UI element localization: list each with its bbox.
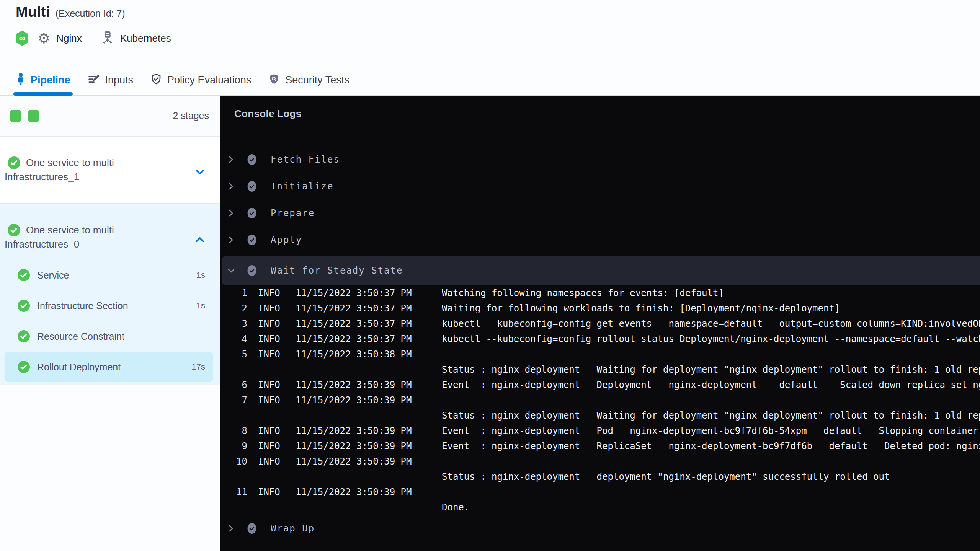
log-line: 3 INFO 11/15/2022 3:50:37 PM kubectl --k…	[220, 316, 980, 331]
success-check-icon	[8, 156, 20, 169]
log-timestamp: 11/15/2022 3:50:39 PM	[296, 377, 415, 393]
log-level: INFO	[258, 347, 285, 362]
log-section-label: Prepare	[271, 208, 315, 218]
step-row[interactable]: Rollout Deployment 17s	[5, 352, 213, 382]
log-message: Event : nginx-deployment ReplicaSet ngin…	[442, 439, 980, 454]
log-line: Status : nginx-deployment Waiting for de…	[220, 362, 980, 377]
log-message: Event : nginx-deployment Deployment ngin…	[442, 377, 980, 393]
log-line-number	[220, 362, 247, 377]
success-check-icon	[18, 361, 30, 373]
log-section-row[interactable]: Fetch Files	[220, 146, 980, 173]
log-level: INFO	[258, 454, 285, 469]
log-line: 4 INFO 11/15/2022 3:50:37 PM kubectl --k…	[220, 331, 980, 347]
log-line-number: 5	[220, 347, 247, 362]
step-label: Rollout Deployment	[37, 362, 121, 373]
log-timestamp: 11/15/2022 3:50:39 PM	[296, 454, 415, 469]
log-section-label: Apply	[271, 235, 302, 245]
tab-policy-evaluations[interactable]: Policy Evaluations	[150, 64, 251, 96]
console-body: Fetch Files	[220, 132, 980, 542]
log-line-number: 7	[220, 393, 247, 408]
stage-item-infrastructures-0[interactable]: One service to multi Infrastructures_0	[0, 204, 220, 385]
step-label: Service	[37, 270, 69, 281]
chevron-right-icon[interactable]	[227, 155, 235, 164]
pipeline-icon	[16, 73, 26, 87]
tab-pipeline[interactable]: Pipeline	[16, 64, 70, 96]
chevron-right-icon[interactable]	[227, 209, 235, 217]
log-level	[258, 362, 285, 377]
log-line-number: 9	[220, 439, 247, 454]
log-section-active[interactable]: Wait for Steady State	[222, 256, 980, 285]
tab-inputs[interactable]: Inputs	[87, 64, 134, 96]
log-sections-before: Fetch Files	[220, 146, 980, 253]
success-check-icon	[8, 224, 20, 236]
log-message	[442, 347, 980, 362]
stage-title: One service to multi Infrastructures_1	[5, 156, 185, 184]
chevron-right-icon[interactable]	[227, 182, 235, 191]
log-line: 8 INFO 11/15/2022 3:50:39 PM Event : ngi…	[220, 423, 980, 439]
policy-shield-check-icon	[150, 73, 162, 87]
stage-item-infrastructures-1[interactable]: One service to multi Infrastructures_1	[0, 137, 220, 204]
inputs-icon	[87, 73, 100, 87]
log-line-number	[220, 408, 247, 423]
log-sections-after: Wrap Up	[220, 515, 980, 542]
log-level: INFO	[258, 439, 285, 454]
success-check-icon	[18, 330, 30, 342]
log-level: INFO	[258, 285, 285, 301]
chevron-down-icon[interactable]	[195, 169, 204, 176]
tab-security-tests[interactable]: Security Tests	[268, 64, 350, 96]
log-timestamp: 11/15/2022 3:50:39 PM	[296, 439, 415, 454]
log-line: 7 INFO 11/15/2022 3:50:39 PM	[220, 393, 980, 408]
log-message: Waiting for following workloads to finis…	[442, 301, 980, 316]
log-section-label: Wait for Steady State	[271, 265, 403, 276]
log-message: Event : nginx-deployment Pod nginx-deplo…	[442, 423, 980, 439]
log-message: Watching following namespaces for events…	[442, 285, 980, 301]
log-timestamp: 11/15/2022 3:50:38 PM	[296, 347, 415, 362]
tab-label: Security Tests	[285, 74, 350, 86]
log-level: INFO	[258, 423, 285, 439]
log-section-row[interactable]: Prepare	[220, 200, 980, 227]
log-message	[442, 484, 980, 500]
log-line: 11 INFO 11/15/2022 3:50:39 PM	[220, 484, 980, 500]
chevron-right-icon[interactable]	[227, 236, 235, 244]
log-section-row[interactable]: Wrap Up	[220, 515, 980, 542]
log-timestamp: 11/15/2022 3:50:37 PM	[296, 316, 415, 331]
page-title: Multi	[16, 4, 50, 20]
stage-status-bar: 2 stages	[0, 96, 220, 137]
log-level: INFO	[258, 316, 285, 331]
step-label: Resource Constraint	[37, 331, 124, 342]
chevron-up-icon[interactable]	[195, 236, 204, 243]
log-timestamp	[296, 469, 415, 484]
step-row[interactable]: Infrastructure Section 1s	[5, 290, 213, 321]
stage-name: One service to multi Infrastructures_1	[5, 157, 114, 183]
execution-id: (Execution Id: 7)	[56, 8, 125, 19]
step-row[interactable]: Resource Constraint	[5, 321, 213, 352]
success-check-badge-icon	[247, 523, 256, 534]
log-section-row[interactable]: Apply	[220, 227, 980, 253]
log-level: INFO	[258, 301, 285, 316]
log-timestamp: 11/15/2022 3:50:39 PM	[296, 393, 415, 408]
log-message: Done.	[442, 500, 980, 515]
console-logs-title: Console Logs	[220, 96, 980, 132]
log-line-number: 10	[220, 454, 247, 469]
execution-sidebar: 2 stages One service to multi Infrastruc…	[0, 96, 220, 551]
log-line: 5 INFO 11/15/2022 3:50:38 PM	[220, 347, 980, 362]
modules-row: ∞ ⚙ Nginx Kubernetes	[15, 30, 171, 47]
log-timestamp	[296, 362, 415, 377]
log-level: INFO	[258, 377, 285, 393]
log-section-row[interactable]: Initialize	[220, 173, 980, 200]
console-logs-panel: Console Logs	[220, 96, 980, 551]
log-line: 6 INFO 11/15/2022 3:50:39 PM Event : ngi…	[220, 377, 980, 393]
step-row[interactable]: Service 1s	[5, 260, 213, 290]
log-line-number: 2	[220, 301, 247, 316]
chevron-down-icon[interactable]	[227, 266, 235, 275]
log-line-number: 3	[220, 316, 247, 331]
log-level: INFO	[258, 393, 285, 408]
stage-success-square	[10, 110, 21, 122]
step-duration: 1s	[196, 301, 205, 311]
chevron-right-icon[interactable]	[227, 524, 235, 533]
log-timestamp: 11/15/2022 3:50:39 PM	[296, 484, 415, 500]
log-timestamp: 11/15/2022 3:50:37 PM	[296, 301, 415, 316]
log-line: Status : nginx-deployment deployment "ng…	[220, 469, 980, 484]
page-header: Multi (Execution Id: 7) ∞ ⚙ Nginx Kubern…	[0, 0, 980, 96]
success-check-icon	[18, 269, 30, 281]
